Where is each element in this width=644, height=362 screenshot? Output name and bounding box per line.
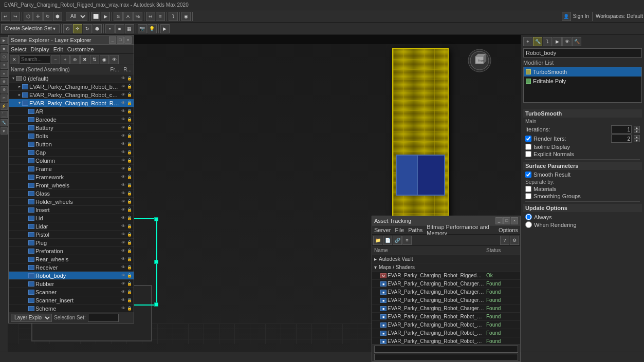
asset-menu-file[interactable]: File — [395, 227, 404, 233]
asset-path-input[interactable] — [374, 354, 518, 361]
se-highlight-btn[interactable]: ◉ — [100, 55, 109, 64]
expand-icon-4[interactable]: ▾ — [17, 101, 22, 106]
left-icon-11[interactable]: 🔧 — [1, 119, 8, 126]
left-icon-7[interactable]: ⚙ — [1, 86, 8, 93]
render-iters-spinner[interactable]: ▲ ▼ — [634, 135, 640, 142]
motion-panel-btn[interactable]: ▶ — [553, 37, 562, 46]
se-search-input[interactable] — [20, 55, 50, 64]
se-menu-customize[interactable]: Customize — [67, 46, 94, 52]
obj-scale-button[interactable]: ⬢ — [93, 24, 102, 33]
expand-icon-11[interactable] — [23, 158, 28, 163]
materials-checkbox[interactable] — [525, 186, 531, 192]
rotate-button[interactable]: ↻ — [43, 12, 52, 21]
left-icon-12[interactable]: ▼ — [1, 127, 8, 135]
left-icon-6[interactable]: ⊕ — [1, 78, 8, 85]
vis-eye-15[interactable]: 👁 — [120, 191, 126, 196]
object-name-input[interactable] — [523, 48, 642, 58]
expand-icon-23[interactable] — [23, 257, 28, 262]
vis-eye-17[interactable]: 👁 — [120, 207, 126, 213]
expand-icon-9[interactable] — [23, 142, 28, 147]
se-menu-edit[interactable]: Edit — [53, 46, 63, 52]
vis-eye-14[interactable]: 👁 — [120, 183, 126, 188]
vis-lock-2[interactable]: 🔒 — [126, 84, 133, 89]
vis-lock-10[interactable]: 🔒 — [126, 150, 133, 155]
tree-row-scanner_insert[interactable]: Scanner_insert👁🔒 — [9, 296, 134, 304]
tree-row-scheme[interactable]: Scheme👁🔒 — [9, 304, 134, 312]
tree-row-holder_wheels[interactable]: Holder_wheels👁🔒 — [9, 198, 134, 206]
tree-row-front_wheels[interactable]: Front_wheels👁🔒 — [9, 181, 134, 189]
expand-icon-18[interactable] — [23, 216, 28, 221]
graph-editors-button[interactable]: ⤵ — [169, 12, 178, 21]
tree-row-evar_parky_charging_robot_controllers[interactable]: ▸EVAR_Parky_Charging_Robot_controllers👁🔒 — [9, 91, 134, 99]
expand-icon-29[interactable] — [23, 306, 28, 311]
expand-icon-14[interactable] — [23, 183, 28, 188]
vis-eye-29[interactable]: 👁 — [120, 306, 126, 311]
vis-lock-11[interactable]: 🔒 — [126, 158, 133, 163]
tree-row-plug[interactable]: Plug👁🔒 — [9, 239, 134, 247]
sign-in-button[interactable]: 👤 — [562, 12, 571, 21]
handle-tr[interactable] — [154, 217, 158, 221]
always-radio[interactable] — [525, 214, 532, 220]
expand-icon-16[interactable] — [23, 199, 28, 204]
angle-snap[interactable]: A — [123, 12, 133, 21]
smoothing-groups-checkbox[interactable] — [525, 193, 531, 199]
hierarchy-panel-btn[interactable]: ⤵ — [543, 37, 552, 46]
material-editor-button[interactable]: ◉ — [181, 12, 191, 21]
tree-row-battery[interactable]: Battery👁🔒 — [9, 124, 134, 132]
explorer-type-dropdown[interactable]: Layer Explorer — [11, 314, 52, 322]
vis-lock-5[interactable]: 🔒 — [126, 109, 133, 114]
vis-eye-3[interactable]: 👁 — [120, 92, 126, 98]
vis-eye-18[interactable]: 👁 — [120, 216, 126, 221]
tree-row-receiver[interactable]: Receiver👁🔒 — [9, 263, 134, 272]
isoline-checkbox[interactable] — [525, 144, 531, 150]
left-icon-5[interactable]: ≡ — [1, 70, 8, 77]
expand-icon-8[interactable] — [23, 134, 28, 139]
se-minimize-btn[interactable]: _ — [109, 36, 116, 44]
vis-lock-23[interactable]: 🔒 — [126, 257, 133, 262]
tree-row-evar_parky_chargino_robot_bones[interactable]: ▸EVAR_Parky_Chargino_Robot_bones👁🔒 — [9, 83, 134, 91]
left-icon-9[interactable]: ⚡ — [1, 103, 8, 110]
expand-icon-2[interactable]: ▸ — [17, 84, 22, 89]
vis-eye-10[interactable]: 👁 — [120, 150, 126, 155]
vis-lock-28[interactable]: 🔒 — [126, 298, 133, 303]
vis-eye-12[interactable]: 👁 — [120, 166, 126, 172]
tree-row-0_(default)[interactable]: ▾0 (default)👁🔒 — [9, 74, 134, 83]
asset-row-3[interactable]: MEVAR_Parky_Charging_Robot_Rigged_max_vr… — [372, 272, 520, 280]
vis-eye-23[interactable]: 👁 — [120, 257, 126, 262]
light-button[interactable]: 💡 — [148, 24, 157, 33]
ri-up[interactable]: ▲ — [634, 135, 640, 139]
expand-icon-25[interactable] — [23, 273, 28, 278]
se-maximize-btn[interactable]: □ — [117, 36, 124, 44]
scene-tree[interactable]: Name (Sorted Ascending) Fr... R... ▾0 (d… — [9, 65, 134, 312]
tree-row-insert[interactable]: Insert👁🔒 — [9, 206, 134, 214]
modifier-item-turbosm[interactable]: TurboSmooth — [524, 67, 641, 77]
se-menu-select[interactable]: Select — [11, 46, 27, 52]
asset-row-10[interactable]: ■EVAR_Parky_Charging_Robot_Robot_Metalli… — [372, 329, 520, 337]
smooth-result-checkbox[interactable] — [525, 172, 531, 178]
align-button[interactable]: ≡ — [156, 12, 165, 21]
redo-button[interactable]: ↪ — [11, 12, 20, 21]
expand-icon-3[interactable]: ▸ — [17, 92, 22, 98]
asset-menu-bitmap[interactable]: Bitmap Performance and Memory — [427, 224, 494, 236]
asset-tb-help[interactable]: ? — [500, 236, 509, 245]
view-gizmo[interactable]: Front — [467, 48, 492, 73]
vis-lock-27[interactable]: 🔒 — [126, 290, 133, 295]
asset-tb-1[interactable]: 📁 — [373, 236, 382, 245]
left-icon-4[interactable]: ✦ — [1, 62, 8, 69]
vis-eye-6[interactable]: 👁 — [120, 117, 126, 122]
wireframe-button[interactable]: ▪ — [105, 24, 115, 33]
layer-dropdown[interactable]: All — [66, 12, 87, 21]
handle-mr[interactable] — [154, 260, 158, 264]
vis-lock-25[interactable]: 🔒 — [126, 273, 133, 278]
asset-row-8[interactable]: ■EVAR_Parky_Charging_Robot_Robot_BaseCol… — [372, 313, 520, 321]
se-close-btn[interactable]: × — [124, 36, 132, 44]
vis-lock-18[interactable]: 🔒 — [126, 216, 133, 221]
ri-down[interactable]: ▼ — [634, 139, 640, 142]
obj-move-button[interactable]: ✛ — [73, 24, 82, 33]
tree-row-lidar[interactable]: Lidar👁🔒 — [9, 222, 134, 231]
handle-br[interactable] — [154, 302, 158, 307]
tree-row-column[interactable]: Column👁🔒 — [9, 157, 134, 165]
vis-eye-8[interactable]: 👁 — [120, 134, 126, 139]
create-panel-btn[interactable]: + — [523, 37, 532, 46]
vis-lock-15[interactable]: 🔒 — [126, 191, 133, 196]
